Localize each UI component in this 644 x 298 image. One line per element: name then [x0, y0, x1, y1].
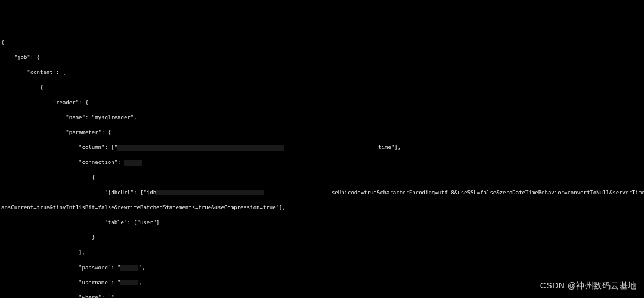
watermark: CSDN @神州数码云基地 — [540, 280, 637, 292]
code-line: "table": ["user"] — [1, 219, 644, 226]
code-line: "column": [" time"], — [1, 144, 644, 151]
code-line: { — [1, 174, 644, 182]
code-line: "content": [ — [1, 69, 644, 76]
code-line: "name": "mysqlreader", — [1, 114, 644, 122]
code-line: "job": { — [1, 54, 644, 61]
redacted-block — [120, 280, 138, 285]
code-line: "jdbcUrl": ["jdb seUnicode=true&characte… — [1, 189, 644, 197]
code-line: ], — [1, 249, 644, 257]
code-line: } — [1, 234, 644, 241]
redacted-block — [120, 265, 138, 271]
code-line: "reader": { — [1, 99, 644, 107]
code-line: ansCurrent=true&tinyInt1isBit=false&rewr… — [1, 204, 644, 212]
redacted-block — [124, 160, 142, 166]
code-line: { — [1, 84, 644, 92]
redacted-block — [117, 145, 284, 151]
redacted-block — [156, 190, 264, 195]
code-line: { — [1, 39, 644, 46]
terminal-output: { "job": { "content": [ { "reader": { "n… — [0, 30, 644, 298]
code-line: "password": "", — [1, 264, 644, 272]
code-line: "connection": — [1, 159, 644, 166]
code-line: "where": "" — [1, 294, 644, 298]
code-line: "parameter": { — [1, 129, 644, 136]
